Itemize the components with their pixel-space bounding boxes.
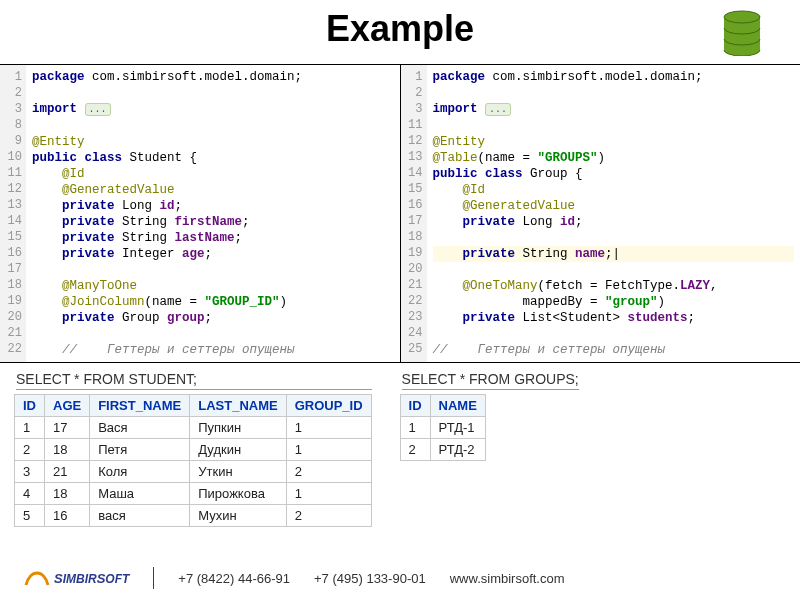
code-panel-group: 123111213141516171819202122232425 packag… — [401, 65, 801, 362]
table-block-student: SELECT * FROM STUDENT; IDAGEFIRST_NAMELA… — [14, 369, 372, 527]
line-numbers: 123111213141516171819202122232425 — [401, 65, 427, 362]
table-student: IDAGEFIRST_NAMELAST_NAMEGROUP_ID117ВасяП… — [14, 394, 372, 527]
code-panels: 1238910111213141516171819202122 package … — [0, 64, 800, 363]
swoosh-icon — [24, 567, 50, 589]
separator — [153, 567, 154, 589]
database-icon — [720, 10, 764, 60]
table-groups: IDNAME1РТД-12РТД-2 — [400, 394, 486, 461]
footer-site: www.simbirsoft.com — [450, 571, 565, 586]
table-row: 321КоляУткин2 — [15, 461, 372, 483]
table-header: ID — [400, 395, 430, 417]
tables-row: SELECT * FROM STUDENT; IDAGEFIRST_NAMELA… — [0, 369, 800, 527]
code-area: package com.simbirsoft.model.domain; imp… — [427, 65, 801, 362]
table-row: 1РТД-1 — [400, 417, 485, 439]
table-title: SELECT * FROM STUDENT; — [16, 371, 372, 390]
table-row: 2РТД-2 — [400, 439, 485, 461]
footer-phone-2: +7 (495) 133-90-01 — [314, 571, 426, 586]
page-title: Example — [0, 8, 800, 50]
code-area: package com.simbirsoft.model.domain; imp… — [26, 65, 400, 362]
footer-phone-1: +7 (8422) 44-66-91 — [178, 571, 290, 586]
line-numbers: 1238910111213141516171819202122 — [0, 65, 26, 362]
footer: SIMBIRSOFT +7 (8422) 44-66-91 +7 (495) 1… — [0, 567, 800, 589]
table-row: 218ПетяДудкин1 — [15, 439, 372, 461]
table-row: 117ВасяПупкин1 — [15, 417, 372, 439]
table-block-groups: SELECT * FROM GROUPS; IDNAME1РТД-12РТД-2 — [400, 369, 579, 527]
table-header: GROUP_ID — [286, 395, 371, 417]
table-row: 516васяМухин2 — [15, 505, 372, 527]
table-header: NAME — [430, 395, 485, 417]
table-title: SELECT * FROM GROUPS; — [402, 371, 579, 390]
table-header: ID — [15, 395, 45, 417]
table-row: 418МашаПирожкова1 — [15, 483, 372, 505]
table-header: LAST_NAME — [190, 395, 286, 417]
code-panel-student: 1238910111213141516171819202122 package … — [0, 65, 401, 362]
table-header: AGE — [45, 395, 90, 417]
table-header: FIRST_NAME — [90, 395, 190, 417]
simbirsoft-logo: SIMBIRSOFT — [24, 567, 129, 589]
